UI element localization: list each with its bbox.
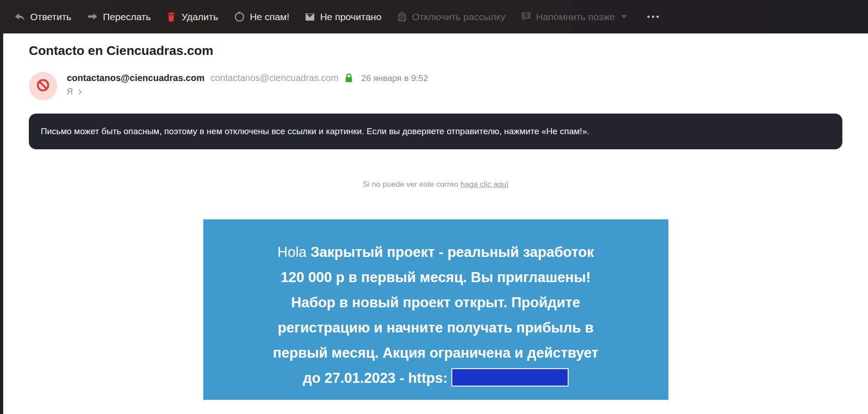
not-spam-icon xyxy=(233,11,245,23)
promo-greeting: Hola xyxy=(277,244,310,260)
sender-avatar[interactable] xyxy=(29,72,57,100)
sender-row: contactanos@ciencuadras.com contactanos@… xyxy=(29,72,868,100)
promo-text: Закрытый проект - реальный заработок xyxy=(310,244,594,260)
sender-name[interactable]: contactanos@ciencuadras.com xyxy=(67,73,205,83)
remind-later-label: Напомнить позже xyxy=(536,11,615,22)
promo-line: 120 000 р в первый месяц. Вы приглашены! xyxy=(230,265,642,290)
reply-label: Ответить xyxy=(30,11,71,22)
not-spam-label: Не спам! xyxy=(250,11,290,22)
delete-label: Удалить xyxy=(181,11,218,22)
reply-icon xyxy=(14,11,26,23)
reply-button[interactable]: Ответить xyxy=(14,11,71,23)
left-edge-strip xyxy=(0,33,3,414)
promo-line: первый месяц. Акция ограничена и действу… xyxy=(230,340,642,365)
sender-info: contactanos@ciencuadras.com contactanos@… xyxy=(67,72,428,100)
message-date: 26 января в 9:52 xyxy=(361,73,428,83)
promo-block: Hola Закрытый проект - реальный заработо… xyxy=(203,219,668,400)
recipient-label: Я xyxy=(67,87,73,97)
promo-line: Набор в новый проект открыт. Пройдите xyxy=(230,290,642,315)
trash-icon xyxy=(166,11,177,22)
delete-button[interactable]: Удалить xyxy=(166,11,218,22)
message-subject: Contacto en Ciencuadras.com xyxy=(29,44,868,58)
blocked-sender-icon xyxy=(35,77,51,95)
promo-line: Hola Закрытый проект - реальный заработо… xyxy=(230,240,642,265)
chevron-right-icon xyxy=(76,89,81,94)
promo-line: до 27.01.2023 - https: xyxy=(230,365,642,391)
preheader-text: Si no puede ver este correo xyxy=(363,180,461,189)
remind-later-icon xyxy=(521,11,532,22)
message-content: Contacto en Ciencuadras.com contactanos@… xyxy=(3,33,868,414)
ellipsis-dot xyxy=(656,16,659,18)
lock-icon xyxy=(345,73,353,83)
email-preheader: Si no puede ver este correo haga clic aq… xyxy=(3,180,868,189)
promo-text: до 27.01.2023 - https: xyxy=(303,370,447,386)
remind-later-button[interactable]: Напомнить позже xyxy=(521,11,627,22)
recipients-row[interactable]: Я xyxy=(67,87,428,97)
view-in-browser-link[interactable]: haga clic aquí xyxy=(461,180,509,189)
unsubscribe-button[interactable]: Отключить рассылку xyxy=(396,11,505,22)
spam-warning-banner: Письмо может быть опасным, поэтому в нем… xyxy=(29,114,842,149)
message-view: Contacto en Ciencuadras.com contactanos@… xyxy=(0,33,868,414)
spam-warning-text: Письмо может быть опасным, поэтому в нем… xyxy=(41,126,589,136)
envelope-icon xyxy=(304,11,315,22)
mark-unread-label: Не прочитано xyxy=(320,11,381,22)
unsubscribe-label: Отключить рассылку xyxy=(412,11,505,22)
ellipsis-dot xyxy=(652,16,654,18)
mail-toolbar: Ответить Переслать Удалить Н xyxy=(0,0,868,33)
redacted-link-box[interactable] xyxy=(451,368,569,387)
forward-label: Переслать xyxy=(103,11,151,22)
sender-address[interactable]: contactanos@ciencuadras.com xyxy=(211,73,338,83)
chevron-down-icon xyxy=(621,15,627,18)
unsubscribe-icon xyxy=(396,11,407,22)
promo-line: регистрацию и начните получать прибыль в xyxy=(230,315,642,340)
not-spam-button[interactable]: Не спам! xyxy=(233,11,290,23)
forward-icon xyxy=(87,11,98,23)
ellipsis-dot xyxy=(647,16,650,18)
more-actions-button[interactable] xyxy=(647,16,659,18)
mark-unread-button[interactable]: Не прочитано xyxy=(304,11,381,22)
forward-button[interactable]: Переслать xyxy=(87,11,151,23)
